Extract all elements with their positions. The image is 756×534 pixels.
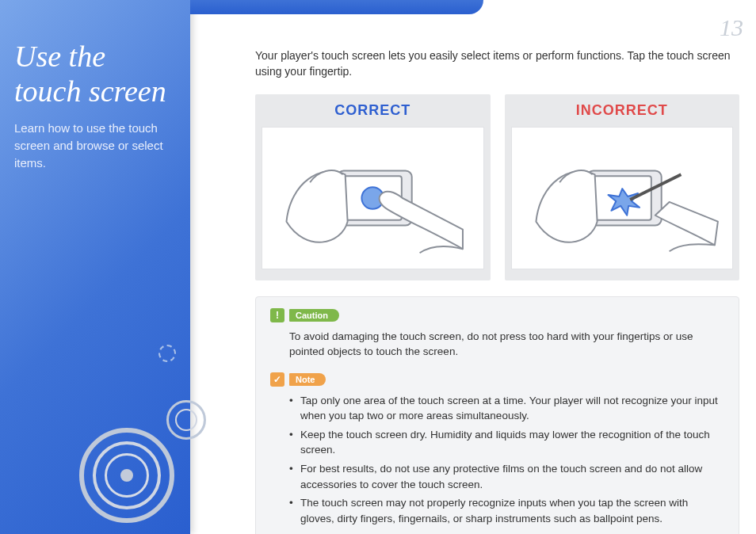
caution-badge-row: ! Caution <box>270 308 724 322</box>
caution-icon: ! <box>270 308 284 322</box>
ring-icon <box>175 409 197 431</box>
figure-incorrect: INCORRECT <box>505 94 740 280</box>
note-icon: ✓ <box>270 372 284 387</box>
caution-text: To avoid damaging the touch screen, do n… <box>289 329 724 360</box>
header-tab-curve <box>190 0 483 14</box>
illustration-correct <box>262 127 484 269</box>
list-item: Tap only one area of the touch screen at… <box>289 393 724 424</box>
list-item: The touch screen may not properly recogn… <box>289 495 724 526</box>
intro-text: Your player's touch screen lets you easi… <box>255 48 739 80</box>
page-number: 13 <box>720 14 743 41</box>
ring-icon <box>105 453 149 498</box>
hands-stylus-icon <box>512 128 733 269</box>
title-line1: Use the <box>14 40 105 73</box>
list-item: For best results, do not use any protect… <box>289 461 724 492</box>
illustration-incorrect <box>511 127 734 269</box>
callout-area: ! Caution To avoid damaging the touch sc… <box>255 296 739 534</box>
sidebar-title: Use the touch screen <box>0 0 190 120</box>
sidebar: Use the touch screen Learn how to use th… <box>0 0 190 534</box>
hands-fingertip-icon <box>262 128 483 269</box>
note-list: Tap only one area of the touch screen at… <box>289 393 724 527</box>
main-content: Your player's touch screen lets you easi… <box>255 48 739 534</box>
sidebar-subtitle: Learn how to use the touch screen and br… <box>0 120 190 171</box>
ring-icon <box>158 345 176 362</box>
title-line2: touch screen <box>14 74 166 108</box>
list-item: Keep the touch screen dry. Humidity and … <box>289 427 724 458</box>
note-badge: Note <box>289 373 326 386</box>
figure-row: CORRECT INCO <box>255 94 739 280</box>
figure-label-correct: CORRECT <box>255 102 491 119</box>
figure-label-incorrect: INCORRECT <box>505 102 740 119</box>
note-badge-row: ✓ Note <box>270 372 724 387</box>
figure-correct: CORRECT <box>255 94 491 280</box>
caution-badge: Caution <box>289 309 339 322</box>
